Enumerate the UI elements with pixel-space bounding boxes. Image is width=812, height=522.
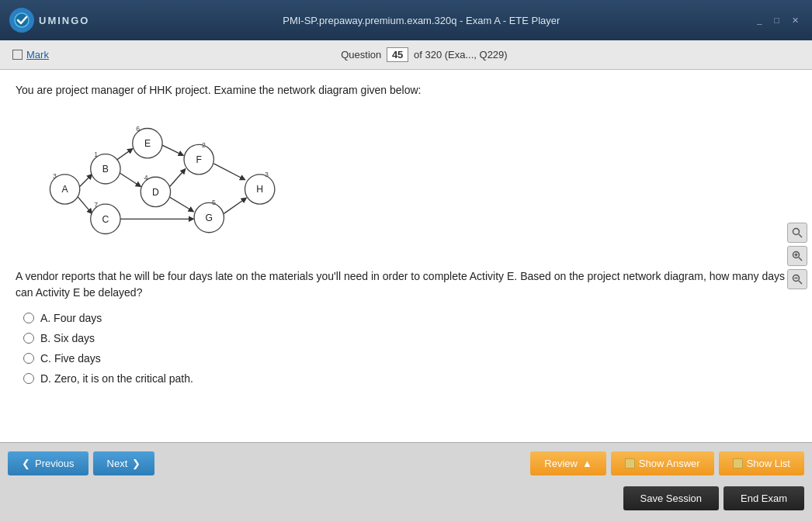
action-row: Save Session End Exam: [0, 483, 812, 519]
option-a-text: A. Four days: [40, 312, 102, 324]
content-area: You are project manager of HHK project. …: [0, 70, 812, 442]
end-exam-button[interactable]: End Exam: [724, 486, 804, 510]
show-answer-label: Show Answer: [639, 458, 700, 469]
review-button[interactable]: Review ▲: [530, 451, 606, 475]
svg-line-5: [161, 144, 183, 155]
save-session-button[interactable]: Save Session: [623, 486, 720, 510]
svg-text:1: 1: [94, 150, 98, 158]
svg-text:6: 6: [136, 125, 140, 133]
zoom-out-icon-button[interactable]: [787, 269, 807, 289]
next-label: Next: [107, 458, 128, 469]
svg-line-6: [170, 169, 186, 187]
svg-text:H: H: [256, 184, 263, 195]
show-list-button[interactable]: Show List: [719, 451, 804, 475]
svg-text:E: E: [144, 138, 151, 149]
search-icon-button[interactable]: [787, 223, 807, 243]
svg-line-36: [799, 234, 802, 237]
svg-point-35: [793, 229, 800, 235]
mark-cb-box[interactable]: [12, 50, 23, 60]
show-answer-button[interactable]: Show Answer: [611, 451, 714, 475]
svg-text:5: 5: [212, 199, 216, 206]
zoom-in-icon: [792, 251, 803, 261]
minimize-button[interactable]: _: [753, 14, 765, 26]
review-chevron-icon: ▲: [582, 458, 592, 469]
next-button[interactable]: Next ❯: [93, 451, 155, 475]
logo-icon: [9, 8, 34, 33]
svg-text:3: 3: [265, 171, 269, 178]
logo-text: UMINGO: [39, 15, 89, 26]
options-list: A. Four days B. Six days C. Five days D.…: [23, 312, 796, 385]
svg-point-0: [15, 13, 29, 27]
svg-line-42: [799, 281, 802, 284]
svg-text:A: A: [62, 184, 69, 195]
logo: UMINGO: [9, 8, 89, 33]
prev-arrow-icon: ❮: [22, 458, 30, 469]
svg-text:4: 4: [144, 174, 148, 181]
maximize-button[interactable]: □: [770, 14, 783, 26]
question-text-2: A vendor reports that he will be four da…: [16, 268, 796, 301]
option-c-text: C. Five days: [40, 352, 101, 365]
nav-row: ❮ Previous Next ❯ Review ▲ Show Answer S…: [0, 443, 812, 483]
mark-label: Mark: [26, 49, 49, 60]
zoom-in-icon-button[interactable]: [787, 246, 807, 266]
window-title: PMI-SP.prepaway.premium.exam.320q - Exam…: [89, 15, 753, 26]
network-diagram: A 3 B 1 E 6 D 4 F 2 C 7 G 5: [31, 109, 295, 253]
svg-text:F: F: [196, 154, 201, 165]
review-label: Review: [544, 458, 578, 469]
sidebar-icons: [787, 223, 807, 289]
zoom-out-icon: [792, 274, 803, 285]
question-info: Question 45 of 320 (Exa..., Q229): [49, 47, 800, 62]
question-bar: Mark Question 45 of 320 (Exa..., Q229): [0, 40, 812, 70]
mark-checkbox[interactable]: Mark: [12, 49, 49, 60]
show-list-checkbox[interactable]: [733, 458, 743, 468]
window-controls[interactable]: _ □ ✕: [753, 14, 803, 27]
radio-b[interactable]: [23, 333, 34, 344]
save-session-label: Save Session: [640, 493, 703, 504]
svg-text:3: 3: [53, 172, 57, 180]
radio-c[interactable]: [23, 353, 34, 364]
svg-text:B: B: [102, 164, 109, 175]
next-arrow-icon: ❯: [132, 458, 141, 469]
svg-line-38: [799, 258, 802, 261]
question-of-text: of 320 (Exa..., Q229): [414, 49, 508, 60]
svg-text:2: 2: [202, 141, 206, 149]
question-text-1: You are project manager of HHK project. …: [16, 82, 796, 99]
network-diagram-container: A 3 B 1 E 6 D 4 F 2 C 7 G 5: [31, 109, 796, 256]
svg-line-1: [80, 175, 92, 187]
option-c[interactable]: C. Five days: [23, 352, 796, 365]
svg-line-4: [118, 171, 141, 186]
svg-line-7: [168, 196, 193, 212]
svg-line-9: [213, 164, 245, 180]
svg-text:C: C: [102, 214, 109, 225]
svg-line-2: [77, 196, 92, 214]
svg-text:D: D: [152, 187, 159, 198]
radio-a[interactable]: [23, 313, 34, 323]
svg-line-10: [224, 198, 246, 213]
title-bar: UMINGO PMI-SP.prepaway.premium.exam.320q…: [0, 0, 812, 40]
svg-text:7: 7: [94, 201, 98, 209]
end-exam-label: End Exam: [741, 493, 787, 504]
show-list-label: Show List: [747, 458, 790, 469]
option-d-text: D. Zero, it is on the critical path.: [40, 372, 193, 385]
option-b[interactable]: B. Six days: [23, 332, 796, 344]
bottom-toolbar: ❮ Previous Next ❯ Review ▲ Show Answer S…: [0, 442, 812, 522]
search-icon: [792, 227, 803, 238]
option-a[interactable]: A. Four days: [23, 312, 796, 324]
previous-button[interactable]: ❮ Previous: [8, 451, 88, 475]
option-d[interactable]: D. Zero, it is on the critical path.: [23, 372, 796, 385]
previous-label: Previous: [35, 458, 75, 469]
option-b-text: B. Six days: [40, 332, 95, 344]
question-label: Question: [341, 49, 381, 60]
radio-d[interactable]: [23, 373, 34, 384]
close-button[interactable]: ✕: [788, 14, 803, 27]
svg-text:G: G: [206, 213, 213, 223]
show-answer-checkbox[interactable]: [625, 458, 635, 468]
question-number: 45: [387, 47, 408, 62]
